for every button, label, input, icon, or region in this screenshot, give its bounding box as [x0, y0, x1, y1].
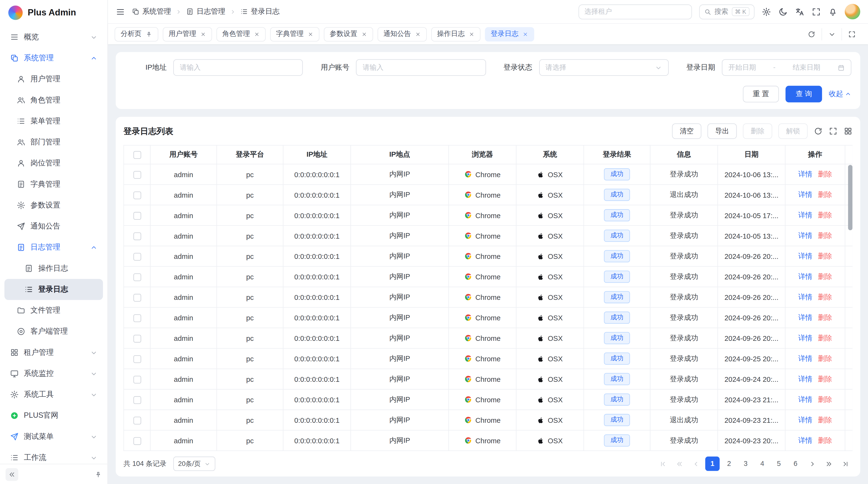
- sidebar-item-tenant[interactable]: 租户管理: [4, 342, 103, 363]
- detail-link[interactable]: 详情: [798, 374, 812, 383]
- moon-icon[interactable]: [778, 7, 788, 17]
- row-checkbox[interactable]: [133, 253, 141, 261]
- detail-link[interactable]: 详情: [798, 333, 812, 342]
- sidebar-item-user[interactable]: 用户管理: [4, 69, 103, 90]
- query-button[interactable]: 查 询: [786, 86, 822, 102]
- row-checkbox[interactable]: [133, 294, 141, 301]
- breadcrumb-system[interactable]: 系统管理: [132, 7, 171, 17]
- delete-link[interactable]: 删除: [818, 292, 832, 300]
- tab-role[interactable]: 角色管理: [216, 27, 266, 41]
- status-select[interactable]: 请选择: [539, 59, 669, 76]
- detail-link[interactable]: 详情: [798, 395, 812, 403]
- sidebar-item-log[interactable]: 日志管理: [4, 237, 103, 258]
- row-checkbox[interactable]: [133, 273, 141, 281]
- forward-10-pages-button[interactable]: [822, 456, 836, 471]
- row-checkbox[interactable]: [133, 437, 141, 445]
- back-10-pages-button[interactable]: [672, 456, 686, 471]
- close-icon[interactable]: [468, 31, 474, 37]
- delete-link[interactable]: 删除: [818, 374, 832, 383]
- sidebar-item-system[interactable]: 系统管理: [4, 47, 103, 68]
- gear-icon[interactable]: [762, 7, 771, 17]
- global-search[interactable]: 搜索 ⌘ K: [699, 4, 755, 19]
- close-icon[interactable]: [361, 31, 367, 37]
- close-icon[interactable]: [254, 31, 259, 37]
- sidebar-item-workflow[interactable]: 工作流: [4, 447, 103, 464]
- sidebar-item-loginlog[interactable]: 登录日志: [4, 279, 103, 300]
- row-checkbox[interactable]: [133, 396, 141, 404]
- row-checkbox[interactable]: [133, 335, 141, 343]
- avatar[interactable]: [845, 4, 860, 19]
- sidebar-item-plus-site[interactable]: PLUS官网: [4, 405, 103, 426]
- row-checkbox[interactable]: [133, 355, 141, 363]
- sidebar-item-monitor[interactable]: 系统监控: [4, 363, 103, 384]
- tab-user[interactable]: 用户管理: [162, 27, 212, 41]
- tenant-select[interactable]: [578, 4, 692, 19]
- sidebar-item-role[interactable]: 角色管理: [4, 90, 103, 110]
- date-range-picker[interactable]: 开始日期 - 结束日期: [722, 59, 851, 76]
- sidebar-item-dict[interactable]: 字典管理: [4, 174, 103, 195]
- page-3-button[interactable]: 3: [739, 456, 753, 471]
- detail-link[interactable]: 详情: [798, 436, 812, 444]
- delete-link[interactable]: 删除: [818, 170, 832, 178]
- refresh-icon[interactable]: [814, 127, 823, 136]
- app-logo[interactable]: Plus Admin: [0, 0, 107, 26]
- bell-icon[interactable]: [828, 7, 838, 17]
- pin-sidebar-button[interactable]: [95, 471, 102, 478]
- tab-operlog[interactable]: 操作日志: [431, 27, 480, 41]
- row-checkbox[interactable]: [133, 417, 141, 424]
- detail-link[interactable]: 详情: [798, 313, 812, 321]
- sidebar-item-overview[interactable]: 概览: [4, 27, 103, 47]
- page-2-button[interactable]: 2: [722, 456, 736, 471]
- tab-param[interactable]: 参数设置: [323, 27, 373, 41]
- table-fullscreen-icon[interactable]: [829, 127, 838, 136]
- fullscreen-icon[interactable]: [812, 7, 821, 17]
- sidebar-item-tool[interactable]: 系统工具: [4, 384, 103, 405]
- sidebar-item-param[interactable]: 参数设置: [4, 195, 103, 216]
- tab-loginlog[interactable]: 登录日志: [485, 27, 534, 41]
- account-input[interactable]: [363, 64, 479, 71]
- row-checkbox[interactable]: [133, 191, 141, 199]
- detail-link[interactable]: 详情: [798, 190, 812, 198]
- export-button[interactable]: 导出: [707, 123, 737, 139]
- close-icon[interactable]: [200, 31, 206, 37]
- content-fullscreen-button[interactable]: [841, 28, 862, 40]
- next-page-button[interactable]: [805, 456, 819, 471]
- tab-analysis[interactable]: 分析页: [115, 27, 158, 41]
- delete-button[interactable]: 删除: [743, 123, 772, 139]
- detail-link[interactable]: 详情: [798, 415, 812, 423]
- clear-button[interactable]: 清空: [672, 123, 702, 139]
- hamburger-icon[interactable]: [116, 7, 125, 17]
- tab-dict[interactable]: 字典管理: [270, 27, 319, 41]
- breadcrumb-loginlog[interactable]: 登录日志: [240, 7, 279, 17]
- detail-link[interactable]: 详情: [798, 231, 812, 239]
- detail-link[interactable]: 详情: [798, 292, 812, 300]
- detail-link[interactable]: 详情: [798, 272, 812, 280]
- page-1-button[interactable]: 1: [705, 456, 720, 471]
- detail-link[interactable]: 详情: [798, 170, 812, 178]
- delete-link[interactable]: 删除: [818, 313, 832, 321]
- delete-link[interactable]: 删除: [818, 354, 832, 362]
- delete-link[interactable]: 删除: [818, 333, 832, 342]
- select-all-checkbox[interactable]: [133, 151, 141, 159]
- delete-link[interactable]: 删除: [818, 251, 832, 260]
- page-4-button[interactable]: 4: [755, 456, 770, 471]
- prev-page-button[interactable]: [689, 456, 703, 471]
- close-icon[interactable]: [415, 31, 421, 37]
- sidebar-item-operlog[interactable]: 操作日志: [4, 258, 103, 279]
- column-settings-icon[interactable]: [844, 127, 852, 136]
- delete-link[interactable]: 删除: [818, 231, 832, 239]
- vertical-scrollbar[interactable]: [848, 165, 852, 230]
- row-checkbox[interactable]: [133, 314, 141, 322]
- sidebar-item-dept[interactable]: 部门管理: [4, 132, 103, 153]
- page-size-select[interactable]: 20条/页: [173, 456, 215, 471]
- page-6-button[interactable]: 6: [788, 456, 803, 471]
- sidebar-item-file[interactable]: 文件管理: [4, 300, 103, 321]
- tab-menu-button[interactable]: [822, 28, 841, 40]
- sidebar-item-notice[interactable]: 通知公告: [4, 216, 103, 237]
- delete-link[interactable]: 删除: [818, 190, 832, 198]
- delete-link[interactable]: 删除: [818, 272, 832, 280]
- sidebar-item-menu[interactable]: 菜单管理: [4, 110, 103, 132]
- sidebar-item-test[interactable]: 测试菜单: [4, 426, 103, 447]
- pin-icon[interactable]: [145, 31, 152, 37]
- translate-icon[interactable]: [795, 7, 804, 17]
